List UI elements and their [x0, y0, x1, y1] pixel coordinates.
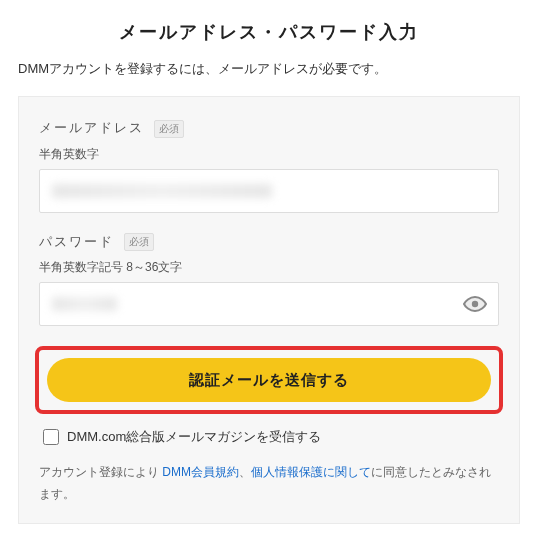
terms-link-membership[interactable]: DMM会員規約: [162, 465, 239, 479]
terms-sep: 、: [239, 465, 251, 479]
newsletter-checkbox-row[interactable]: DMM.com総合版メールマガジンを受信する: [39, 428, 499, 446]
password-hint: 半角英数字記号 8～36文字: [39, 259, 499, 276]
required-badge: 必須: [124, 233, 154, 251]
password-obscured-value: [52, 297, 117, 311]
svg-point-0: [472, 301, 478, 307]
email-input[interactable]: [39, 169, 499, 213]
page-title: メールアドレス・パスワード入力: [18, 20, 520, 44]
terms-link-privacy[interactable]: 個人情報保護に関して: [251, 465, 371, 479]
terms-prefix: アカウント登録により: [39, 465, 162, 479]
email-obscured-value: [52, 184, 272, 198]
registration-form-card: メールアドレス 必須 半角英数字 パスワード 必須 半角英数字記号 8～36文字: [18, 96, 520, 524]
submit-highlight-frame: 認証メールを送信する: [35, 346, 503, 414]
email-label: メールアドレス: [39, 119, 144, 137]
newsletter-checkbox[interactable]: [43, 429, 59, 445]
password-label: パスワード: [39, 233, 114, 251]
email-field-block: メールアドレス 必須 半角英数字: [39, 119, 499, 213]
send-verification-button[interactable]: 認証メールを送信する: [47, 358, 491, 402]
password-input[interactable]: [39, 282, 499, 326]
terms-text: アカウント登録により DMM会員規約、個人情報保護に関してに同意したとみなされま…: [39, 462, 499, 505]
eye-icon[interactable]: [463, 292, 487, 316]
required-badge: 必須: [154, 120, 184, 138]
page-subtitle: DMMアカウントを登録するには、メールアドレスが必要です。: [18, 60, 520, 78]
password-field-block: パスワード 必須 半角英数字記号 8～36文字: [39, 233, 499, 327]
newsletter-label: DMM.com総合版メールマガジンを受信する: [67, 428, 321, 446]
email-hint: 半角英数字: [39, 146, 499, 163]
